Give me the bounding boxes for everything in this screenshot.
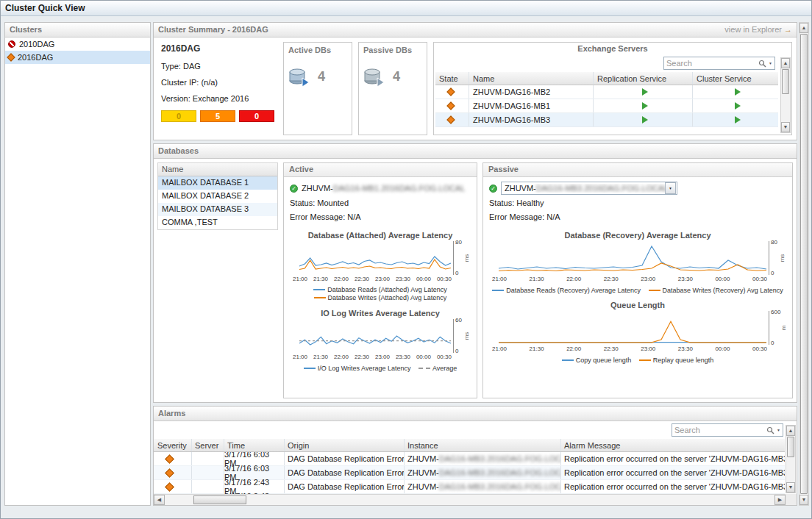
scroll-up-button[interactable]: ▲ xyxy=(781,58,790,68)
scroll-up-button[interactable]: ▲ xyxy=(799,23,808,33)
database-list-item[interactable]: MAILBOX DATABASE 1 xyxy=(158,176,277,190)
server-row[interactable]: ZHUVM-DAG16-MB1 xyxy=(435,99,778,113)
passive-dbs-box: Passive DBs 4 xyxy=(358,42,427,135)
server-row[interactable]: ZHUVM-DAG16-MB2 xyxy=(435,85,778,99)
passive-error-message: Error Message: N/A xyxy=(489,210,786,224)
scrollbar-thumb[interactable] xyxy=(193,495,246,504)
alarm-instance: ZHUVM-DAG16-MB3.2016DAG.FOG.LOCAL xyxy=(405,480,561,493)
alarm-message: Replication error occurred on the server… xyxy=(561,452,785,465)
critical-count-badge[interactable]: 5 xyxy=(200,110,235,122)
service-running-icon xyxy=(642,88,648,96)
databases-panel-header: Databases xyxy=(154,144,797,159)
database-list-item[interactable]: MAILBOX DATABASE 3 xyxy=(158,203,277,216)
chart-title: Database (Attached) Average Latency xyxy=(290,231,471,240)
view-in-explorer-link[interactable]: view in Explorer → xyxy=(724,25,792,34)
database-list-item[interactable]: COMMA ,TEST xyxy=(158,216,277,229)
alarms-search-box: ▼ xyxy=(672,423,783,437)
alarms-panel-header: Alarms xyxy=(154,407,797,421)
service-running-icon xyxy=(735,88,741,96)
passive-server-name: ZHUVM-DAG16-MB3.2016DAG.FOG.LOCAL xyxy=(505,184,665,193)
column-header-severity[interactable]: Severity xyxy=(154,439,192,451)
alarms-search-input[interactable] xyxy=(674,426,766,434)
healthy-check-icon: ✓ xyxy=(290,185,298,193)
window-vertical-scrollbar[interactable]: ▲ ▼ xyxy=(799,22,809,506)
cluster-summary-title: Cluster Summary - 2016DAG xyxy=(158,25,724,34)
alarm-origin: DAG Database Replication Error xyxy=(285,466,405,479)
server-name: ZHUVM-DAG16-MB1 xyxy=(469,99,594,112)
legend-swatch xyxy=(492,290,504,291)
search-options-caret-icon[interactable]: ▼ xyxy=(769,61,772,65)
warning-diamond-icon xyxy=(165,482,174,492)
scrollbar-thumb[interactable] xyxy=(782,69,789,94)
column-header-replication[interactable]: Replication Service xyxy=(594,72,693,85)
alarms-panel-title: Alarms xyxy=(158,409,792,418)
attached-latency-chart: Database (Attached) Average Latency 80 m… xyxy=(290,231,471,302)
column-header-message[interactable]: Alarm Message xyxy=(561,439,785,451)
search-icon[interactable] xyxy=(766,426,774,434)
scrollbar-thumb[interactable] xyxy=(787,437,794,457)
alarms-horizontal-scrollbar[interactable]: ◀ ▶ xyxy=(154,494,786,505)
cluster-ip: Cluster IP: (n/a) xyxy=(161,78,274,87)
active-status: Status: Mounted xyxy=(290,196,471,210)
scroll-down-button[interactable]: ▼ xyxy=(781,122,790,132)
servers-table-header: State Name Replication Service Cluster S… xyxy=(435,72,778,85)
database-list-header[interactable]: Name xyxy=(158,163,277,176)
column-header-instance[interactable]: Instance xyxy=(405,439,561,451)
column-header-origin[interactable]: Origin xyxy=(285,439,405,451)
chart-title: Database (Recovery) Average Latency xyxy=(489,231,786,240)
warning-diamond-icon xyxy=(165,454,174,464)
scroll-right-button[interactable]: ▶ xyxy=(774,495,786,505)
view-in-explorer-label: view in Explorer xyxy=(724,25,782,34)
scrollbar-thumb[interactable] xyxy=(800,34,808,494)
alarm-origin: DAG Database Replication Error xyxy=(285,480,405,493)
warning-diamond-icon xyxy=(446,101,455,110)
column-header-state[interactable]: State xyxy=(435,72,469,85)
healthy-check-icon: ✓ xyxy=(489,185,497,193)
server-row[interactable]: ZHUVM-DAG16-MB3 xyxy=(435,113,778,127)
database-icon xyxy=(363,66,385,87)
server-name: ZHUVM-DAG16-MB3 xyxy=(469,113,594,126)
servers-search-input[interactable] xyxy=(666,59,758,68)
legend-swatch xyxy=(304,368,316,369)
chart-plot xyxy=(297,319,453,353)
active-server-name: ZHUVM-DAG16-MB1.2016DAG.FOG.LOCAL xyxy=(302,184,466,193)
cluster-item-label: 2010DAG xyxy=(19,40,54,49)
chart-legend: Database Reads (Attached) Avg Latency Da… xyxy=(290,285,471,302)
chart-legend: Database Reads (Recovery) Average Latenc… xyxy=(489,285,786,294)
column-header-server[interactable]: Server xyxy=(192,439,224,451)
passive-server-select[interactable]: ZHUVM-DAG16-MB3.2016DAG.FOG.LOCAL ▼ xyxy=(501,182,677,195)
service-running-icon xyxy=(642,116,648,124)
service-running-icon xyxy=(642,102,648,110)
x-axis-labels: 21:0021:3022:0022:3023:0023:3000:0000:30 xyxy=(293,354,452,360)
alarms-panel: Alarms ▼ ≡ Severity Server Time Origin I… xyxy=(153,406,797,506)
passive-database-box: Passive ✓ ZHUVM-DAG16-MB3.2016DAG.FOG.LO… xyxy=(482,162,793,398)
select-caret-button[interactable]: ▼ xyxy=(665,182,676,194)
column-header-cluster[interactable]: Cluster Service xyxy=(693,72,778,85)
passive-dbs-count: 4 xyxy=(393,69,400,85)
redacted-text: DAG16-MB3.2016DAG.FOG.LOCAL xyxy=(439,482,561,491)
chart-title: Queue Length xyxy=(489,301,786,309)
active-dbs-label: Active DBs xyxy=(288,46,347,54)
alarm-instance: ZHUVM-DAG16-MB3.2016DAG.FOG.LOCAL xyxy=(405,452,561,465)
chart-plot xyxy=(496,311,769,345)
warning-count-badge[interactable]: 0 xyxy=(161,110,196,122)
cluster-summary-body: 2016DAG Type: DAG Cluster IP: (n/a) Vers… xyxy=(154,37,797,140)
scroll-down-button[interactable]: ▼ xyxy=(786,482,795,493)
scroll-down-button[interactable]: ▼ xyxy=(799,495,808,505)
scroll-up-button[interactable]: ▲ xyxy=(786,426,795,436)
scroll-left-button[interactable]: ◀ xyxy=(154,495,165,505)
servers-scrollbar[interactable]: ▲ ▼ xyxy=(780,57,791,133)
y-axis: 80 ms 0 xyxy=(453,241,471,275)
search-icon[interactable] xyxy=(758,60,766,68)
redacted-text: DAG16-MB1.2016DAG.FOG.LOCAL xyxy=(333,184,466,193)
exchange-servers-table: State Name Replication Service Cluster S… xyxy=(435,72,778,127)
alarms-vertical-scrollbar[interactable]: ▲ ▼ xyxy=(786,425,796,493)
cluster-item-2016dag[interactable]: 2016DAG xyxy=(5,51,150,64)
database-list-item[interactable]: MAILBOX DATABASE 2 xyxy=(158,190,277,203)
cluster-item-2010dag[interactable]: 2010DAG xyxy=(5,37,150,51)
column-header-time[interactable]: Time xyxy=(224,439,285,451)
search-options-caret-icon[interactable]: ▼ xyxy=(777,428,780,432)
y-axis: 600 m 0 xyxy=(769,311,786,345)
fatal-count-badge[interactable]: 0 xyxy=(239,110,274,122)
column-header-name[interactable]: Name xyxy=(469,72,594,85)
